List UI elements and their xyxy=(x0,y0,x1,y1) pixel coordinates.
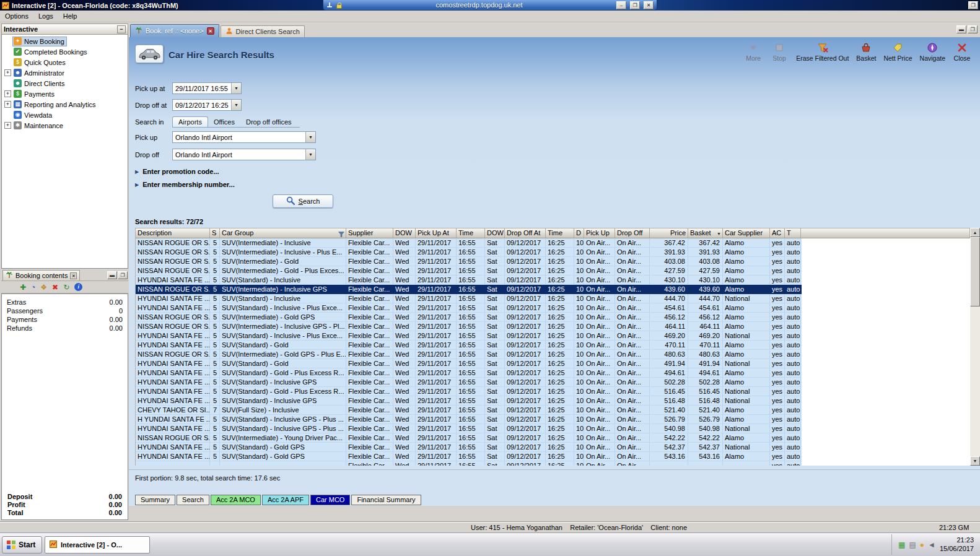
column-header-ac-16[interactable]: AC xyxy=(770,228,785,238)
schedule-icon[interactable]: ◔ xyxy=(31,283,35,292)
promotion-code-expander[interactable]: ▶ Enter promotion code... xyxy=(135,168,219,175)
table-row[interactable]: HYUNDAI SANTA FE ...5SUV(Standard) - Gol… xyxy=(136,341,802,350)
keyboard-icon[interactable]: ▤ xyxy=(909,541,916,549)
refresh-icon[interactable]: ↻ xyxy=(63,283,69,292)
view-tab-financial-summary[interactable]: Financial Summary xyxy=(351,495,421,505)
column-header-d-10[interactable]: D xyxy=(574,228,584,238)
close-tab-icon[interactable]: ✕ xyxy=(207,27,214,35)
view-tab-search[interactable]: Search xyxy=(177,495,209,505)
table-row[interactable]: HYUNDAI SANTA FE ...5SUV(Standard) - Gol… xyxy=(136,443,802,452)
table-row[interactable]: H YUNDAI SANTA FE ...5SUV(Standard) - In… xyxy=(136,415,802,424)
membership-number-expander[interactable]: ▶ Enter membership number... xyxy=(135,181,235,188)
column-header-car-group-2[interactable]: Car Group xyxy=(220,228,346,238)
panel-minimize-button[interactable]: ▬ xyxy=(107,271,117,279)
dropdown-arrow-icon[interactable]: ▼ xyxy=(305,132,315,142)
column-header-dow-7[interactable]: DOW xyxy=(485,228,505,238)
column-header-drop-off-12[interactable]: Drop Off xyxy=(615,228,650,238)
column-header-pick-up-11[interactable]: Pick Up xyxy=(584,228,615,238)
tab-direct-clients-search[interactable]: Direct Clients Search xyxy=(221,25,305,37)
sidebar-item-administrator[interactable]: +☻Administrator xyxy=(2,67,128,78)
table-row[interactable]: HYUNDAI SANTA FE ...5SUV(Standard) - Inc… xyxy=(136,331,802,341)
table-row[interactable]: HYUNDAI SANTA FE ...5SUV(Standard) - Inc… xyxy=(136,378,802,387)
search-in-tab-offices[interactable]: Offices xyxy=(208,117,240,127)
filter-icon[interactable] xyxy=(338,230,344,238)
sidebar-item-direct-clients[interactable]: ☻Direct Clients xyxy=(2,78,128,89)
tab-book-ref-none[interactable]: Book. ref .: <none>✕ xyxy=(130,24,219,37)
dropoff-at-select[interactable]: 09/12/2017 16:25 ▼ xyxy=(172,99,242,111)
close-booking-contents-icon[interactable]: ✕ xyxy=(70,272,77,279)
start-button[interactable]: Start xyxy=(2,536,42,554)
view-tab-car-mco[interactable]: Car MCO xyxy=(310,495,350,505)
mdi-restore-button[interactable]: ❐ xyxy=(968,25,978,33)
sidebar-item-reporting-and-analytics[interactable]: +▦Reporting and Analytics xyxy=(2,99,128,110)
booking-contents-tab[interactable]: Booking contents ✕ xyxy=(2,270,80,280)
sidebar-item-maintenance[interactable]: +✱Maintenance xyxy=(2,120,128,131)
column-header-car-supplier-15[interactable]: Car Supplier xyxy=(723,228,770,238)
collapse-panel-button[interactable]: − xyxy=(117,25,126,33)
table-row[interactable]: NISSAN ROGUE OR S...5SUV(Intermediate) -… xyxy=(136,350,802,359)
notification-icon[interactable]: ● xyxy=(920,541,924,549)
column-header-time-6[interactable]: Time xyxy=(457,228,485,238)
dropdown-arrow-icon[interactable]: ▼ xyxy=(305,149,315,160)
dropoff-location-select[interactable]: Orlando Intl Airport ▼ xyxy=(172,149,316,160)
table-row[interactable]: NISSAN ROGUE OR S...5SUV(Intermediate) -… xyxy=(136,313,802,322)
basket-add-icon[interactable]: ❖ xyxy=(40,283,47,292)
table-row[interactable]: NISSAN ROGUE OR S...5SUV(Intermediate) -… xyxy=(136,322,802,331)
navigate-button[interactable]: Navigate xyxy=(920,41,945,62)
menu-item-logs[interactable]: Logs xyxy=(38,12,53,20)
table-row[interactable]: HYUNDAI SANTA FE ...5SUV(Standard) - Inc… xyxy=(136,276,802,285)
rdp-restore-button[interactable]: ❐ xyxy=(630,1,640,9)
column-header-t-17[interactable]: T xyxy=(785,228,801,238)
scroll-down-icon[interactable]: ▼ xyxy=(970,456,980,466)
view-tab-acc-2a-apf[interactable]: Acc 2A APF xyxy=(262,495,309,505)
expand-icon[interactable]: + xyxy=(4,101,11,108)
table-row[interactable]: HYUNDAI SANTA FE ...5SUV(Standard) - Inc… xyxy=(136,294,802,303)
table-row[interactable]: NISSAN ROGUE OR S...5SUV(Intermediate) -… xyxy=(136,257,802,266)
sidebar-item-quick-quotes[interactable]: $Quick Quotes xyxy=(2,57,128,67)
table-row[interactable]: HYUNDAI SANTA FE ...5SUV(Standard) - Inc… xyxy=(136,303,802,313)
close-button[interactable]: Close xyxy=(953,41,971,62)
table-row[interactable]: HYUNDAI SANTA FE ...5SUV(Standard) - Gol… xyxy=(136,452,802,461)
pickup-location-select[interactable]: Orlando Intl Airport ▼ xyxy=(172,131,316,143)
pickup-at-select[interactable]: 29/11/2017 16:55 ▼ xyxy=(172,82,242,94)
view-tab-summary[interactable]: Summary xyxy=(135,495,175,505)
expand-icon[interactable]: + xyxy=(4,122,11,129)
dropdown-arrow-icon[interactable]: ▼ xyxy=(231,100,241,110)
view-tab-acc-2a-mco[interactable]: Acc 2A MCO xyxy=(211,495,261,505)
column-header-time-9[interactable]: Time xyxy=(546,228,574,238)
scroll-up-icon[interactable]: ▲ xyxy=(970,228,980,237)
expand-icon[interactable]: + xyxy=(4,69,11,76)
search-in-tab-drop-off-offices[interactable]: Drop off offices xyxy=(240,117,297,127)
pin-icon[interactable] xyxy=(326,2,333,9)
table-row[interactable]: HYUNDAI SANTA FE ...5SUV(Standard) - Inc… xyxy=(136,424,802,433)
search-button[interactable]: Search xyxy=(273,194,333,208)
expand-icon[interactable]: + xyxy=(4,90,11,97)
column-header-drop-off-at-8[interactable]: Drop Off At xyxy=(505,228,546,238)
volume-icon[interactable]: ◄ xyxy=(928,541,935,549)
mdi-minimize-button[interactable]: ▬ xyxy=(956,25,966,33)
table-row[interactable]: HYUNDAI SANTA FE ...5SUV(Standard) - Inc… xyxy=(136,396,802,406)
table-row[interactable]: NISSAN ROGUE OR S...5SUV(Intermediate) -… xyxy=(136,248,802,257)
erase-filtered-out-button[interactable]: Erase Filtered Out xyxy=(796,41,849,62)
menu-item-options[interactable]: Options xyxy=(5,12,28,20)
nett-price-button[interactable]: Nett Price xyxy=(883,41,912,62)
scrollbar-thumb[interactable] xyxy=(970,237,980,306)
table-row[interactable]: Flexible Car...Wed29/11/201716:55Sat09/1… xyxy=(136,461,802,466)
table-row[interactable]: HYUNDAI SANTA FE ...5SUV(Standard) - Gol… xyxy=(136,387,802,396)
column-header-pick-up-at-5[interactable]: Pick Up At xyxy=(416,228,457,238)
column-header-basket-14[interactable]: Basket▼ xyxy=(688,228,723,238)
delete-icon[interactable]: ✖ xyxy=(52,283,58,292)
dropdown-arrow-icon[interactable]: ▼ xyxy=(231,83,241,93)
sidebar-item-viewdata[interactable]: ◉Viewdata xyxy=(2,110,128,120)
column-header-price-13[interactable]: Price xyxy=(650,228,688,238)
window-restore-button[interactable]: ❐ xyxy=(968,1,978,9)
sidebar-item-completed-bookings[interactable]: ✔Completed Bookings xyxy=(2,46,128,57)
rdp-minimize-button[interactable]: – xyxy=(616,1,626,9)
table-row[interactable]: NISSAN ROGUE OR S...5SUV(Intermediate) -… xyxy=(136,266,802,276)
menu-item-help[interactable]: Help xyxy=(63,12,77,20)
column-header-supplier-3[interactable]: Supplier xyxy=(346,228,393,238)
table-row[interactable]: NISSAN ROGUE OR S...5SUV(Intermediate) -… xyxy=(136,433,802,443)
rdp-close-button[interactable]: ✕ xyxy=(644,1,654,9)
table-row[interactable]: NISSAN ROGUE OR S...5SUV(Intermediate) -… xyxy=(136,285,802,294)
taskbar-task-interactive[interactable]: Interactive [2] - O... xyxy=(45,536,150,554)
